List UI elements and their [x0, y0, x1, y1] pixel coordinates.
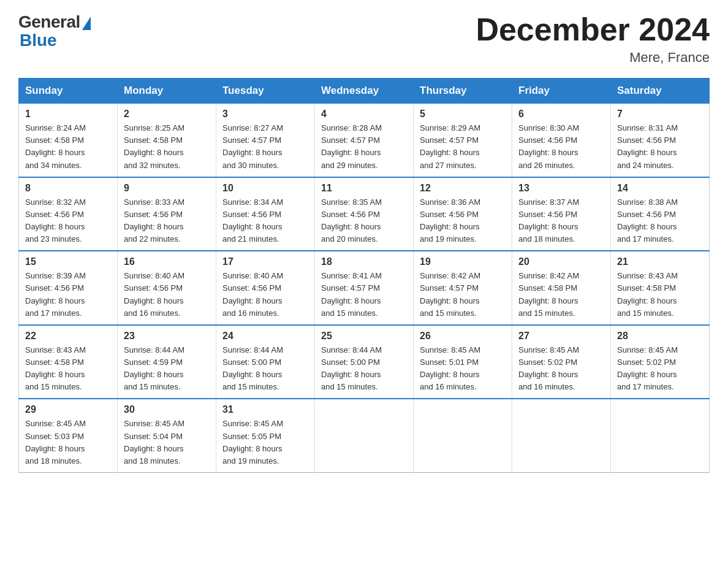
day-number: 2	[124, 109, 210, 120]
calendar-cell: 13Sunrise: 8:37 AMSunset: 4:56 PMDayligh…	[512, 177, 611, 251]
day-number: 19	[420, 256, 506, 267]
calendar-cell: 25Sunrise: 8:44 AMSunset: 5:00 PMDayligh…	[315, 325, 414, 399]
calendar-cell: 4Sunrise: 8:28 AMSunset: 4:57 PMDaylight…	[315, 104, 414, 177]
day-number: 20	[518, 256, 604, 267]
title-area: December 2024 Mere, France	[476, 12, 710, 66]
calendar-cell: 21Sunrise: 8:43 AMSunset: 4:58 PMDayligh…	[611, 251, 710, 325]
calendar-cell	[512, 399, 611, 472]
calendar-cell: 20Sunrise: 8:42 AMSunset: 4:58 PMDayligh…	[512, 251, 611, 325]
week-row-5: 29Sunrise: 8:45 AMSunset: 5:03 PMDayligh…	[19, 399, 710, 472]
day-info: Sunrise: 8:45 AMSunset: 5:02 PMDaylight:…	[518, 344, 604, 394]
day-number: 1	[25, 109, 111, 120]
calendar-cell: 19Sunrise: 8:42 AMSunset: 4:57 PMDayligh…	[414, 251, 512, 325]
day-info: Sunrise: 8:40 AMSunset: 4:56 PMDaylight:…	[222, 270, 308, 320]
page-header: General Blue December 2024 Mere, France	[18, 12, 710, 66]
day-number: 9	[124, 183, 210, 194]
calendar-cell: 24Sunrise: 8:44 AMSunset: 5:00 PMDayligh…	[216, 325, 315, 399]
logo-general-text: General	[18, 12, 80, 32]
calendar-cell: 8Sunrise: 8:32 AMSunset: 4:56 PMDaylight…	[19, 177, 118, 251]
day-info: Sunrise: 8:45 AMSunset: 5:04 PMDaylight:…	[124, 418, 210, 467]
week-row-3: 15Sunrise: 8:39 AMSunset: 4:56 PMDayligh…	[19, 251, 710, 325]
calendar-cell: 31Sunrise: 8:45 AMSunset: 5:05 PMDayligh…	[216, 399, 315, 472]
logo: General Blue	[18, 12, 91, 50]
week-row-1: 1Sunrise: 8:24 AMSunset: 4:58 PMDaylight…	[19, 104, 710, 177]
day-number: 23	[124, 331, 210, 342]
day-info: Sunrise: 8:33 AMSunset: 4:56 PMDaylight:…	[124, 196, 210, 246]
day-number: 11	[321, 183, 407, 194]
calendar-cell: 26Sunrise: 8:45 AMSunset: 5:01 PMDayligh…	[414, 325, 512, 399]
day-number: 29	[25, 404, 111, 415]
day-number: 31	[222, 404, 308, 415]
day-number: 22	[25, 331, 111, 342]
header-wednesday: Wednesday	[315, 79, 414, 104]
day-number: 8	[25, 183, 111, 194]
day-number: 14	[617, 183, 703, 194]
day-info: Sunrise: 8:45 AMSunset: 5:01 PMDaylight:…	[420, 344, 506, 394]
day-info: Sunrise: 8:30 AMSunset: 4:56 PMDaylight:…	[518, 122, 604, 172]
calendar-cell: 23Sunrise: 8:44 AMSunset: 4:59 PMDayligh…	[118, 325, 216, 399]
calendar-cell	[611, 399, 710, 472]
day-number: 16	[124, 256, 210, 267]
day-info: Sunrise: 8:40 AMSunset: 4:56 PMDaylight:…	[124, 270, 210, 320]
week-row-2: 8Sunrise: 8:32 AMSunset: 4:56 PMDaylight…	[19, 177, 710, 251]
day-info: Sunrise: 8:36 AMSunset: 4:56 PMDaylight:…	[420, 196, 506, 246]
header-tuesday: Tuesday	[216, 79, 315, 104]
day-info: Sunrise: 8:45 AMSunset: 5:02 PMDaylight:…	[617, 344, 703, 394]
calendar-cell: 11Sunrise: 8:35 AMSunset: 4:56 PMDayligh…	[315, 177, 414, 251]
calendar-cell: 10Sunrise: 8:34 AMSunset: 4:56 PMDayligh…	[216, 177, 315, 251]
day-info: Sunrise: 8:24 AMSunset: 4:58 PMDaylight:…	[25, 122, 111, 172]
location: Mere, France	[476, 50, 710, 66]
day-number: 4	[321, 109, 407, 120]
day-number: 15	[25, 256, 111, 267]
calendar-header: SundayMondayTuesdayWednesdayThursdayFrid…	[19, 79, 710, 104]
day-number: 17	[222, 256, 308, 267]
calendar-cell	[315, 399, 414, 472]
calendar-cell: 16Sunrise: 8:40 AMSunset: 4:56 PMDayligh…	[118, 251, 216, 325]
day-info: Sunrise: 8:27 AMSunset: 4:57 PMDaylight:…	[222, 122, 308, 172]
calendar-cell: 2Sunrise: 8:25 AMSunset: 4:58 PMDaylight…	[118, 104, 216, 177]
day-info: Sunrise: 8:43 AMSunset: 4:58 PMDaylight:…	[25, 344, 111, 394]
day-number: 3	[222, 109, 308, 120]
calendar-cell: 22Sunrise: 8:43 AMSunset: 4:58 PMDayligh…	[19, 325, 118, 399]
day-info: Sunrise: 8:35 AMSunset: 4:56 PMDaylight:…	[321, 196, 407, 246]
day-info: Sunrise: 8:39 AMSunset: 4:56 PMDaylight:…	[25, 270, 111, 320]
day-number: 7	[617, 109, 703, 120]
calendar-cell: 18Sunrise: 8:41 AMSunset: 4:57 PMDayligh…	[315, 251, 414, 325]
calendar-cell	[414, 399, 512, 472]
day-info: Sunrise: 8:31 AMSunset: 4:56 PMDaylight:…	[617, 122, 703, 172]
day-info: Sunrise: 8:45 AMSunset: 5:03 PMDaylight:…	[25, 418, 111, 467]
day-info: Sunrise: 8:29 AMSunset: 4:57 PMDaylight:…	[420, 122, 506, 172]
day-number: 10	[222, 183, 308, 194]
calendar-cell: 5Sunrise: 8:29 AMSunset: 4:57 PMDaylight…	[414, 104, 512, 177]
day-info: Sunrise: 8:41 AMSunset: 4:57 PMDaylight:…	[321, 270, 407, 320]
day-info: Sunrise: 8:37 AMSunset: 4:56 PMDaylight:…	[518, 196, 604, 246]
day-number: 28	[617, 331, 703, 342]
calendar-cell: 28Sunrise: 8:45 AMSunset: 5:02 PMDayligh…	[611, 325, 710, 399]
calendar-cell: 7Sunrise: 8:31 AMSunset: 4:56 PMDaylight…	[611, 104, 710, 177]
week-row-4: 22Sunrise: 8:43 AMSunset: 4:58 PMDayligh…	[19, 325, 710, 399]
calendar-cell: 17Sunrise: 8:40 AMSunset: 4:56 PMDayligh…	[216, 251, 315, 325]
day-number: 26	[420, 331, 506, 342]
header-thursday: Thursday	[414, 79, 512, 104]
calendar-cell: 30Sunrise: 8:45 AMSunset: 5:04 PMDayligh…	[118, 399, 216, 472]
calendar-cell: 1Sunrise: 8:24 AMSunset: 4:58 PMDaylight…	[19, 104, 118, 177]
day-info: Sunrise: 8:45 AMSunset: 5:05 PMDaylight:…	[222, 418, 308, 467]
calendar-cell: 3Sunrise: 8:27 AMSunset: 4:57 PMDaylight…	[216, 104, 315, 177]
month-title: December 2024	[476, 12, 710, 47]
day-info: Sunrise: 8:34 AMSunset: 4:56 PMDaylight:…	[222, 196, 308, 246]
calendar-cell: 27Sunrise: 8:45 AMSunset: 5:02 PMDayligh…	[512, 325, 611, 399]
calendar-cell: 12Sunrise: 8:36 AMSunset: 4:56 PMDayligh…	[414, 177, 512, 251]
day-info: Sunrise: 8:28 AMSunset: 4:57 PMDaylight:…	[321, 122, 407, 172]
calendar-cell: 6Sunrise: 8:30 AMSunset: 4:56 PMDaylight…	[512, 104, 611, 177]
header-saturday: Saturday	[611, 79, 710, 104]
day-number: 13	[518, 183, 604, 194]
day-info: Sunrise: 8:38 AMSunset: 4:56 PMDaylight:…	[617, 196, 703, 246]
day-number: 24	[222, 331, 308, 342]
day-number: 30	[124, 404, 210, 415]
day-number: 21	[617, 256, 703, 267]
day-info: Sunrise: 8:42 AMSunset: 4:57 PMDaylight:…	[420, 270, 506, 320]
calendar-cell: 15Sunrise: 8:39 AMSunset: 4:56 PMDayligh…	[19, 251, 118, 325]
logo-blue-text: Blue	[18, 31, 57, 50]
day-number: 18	[321, 256, 407, 267]
day-number: 5	[420, 109, 506, 120]
